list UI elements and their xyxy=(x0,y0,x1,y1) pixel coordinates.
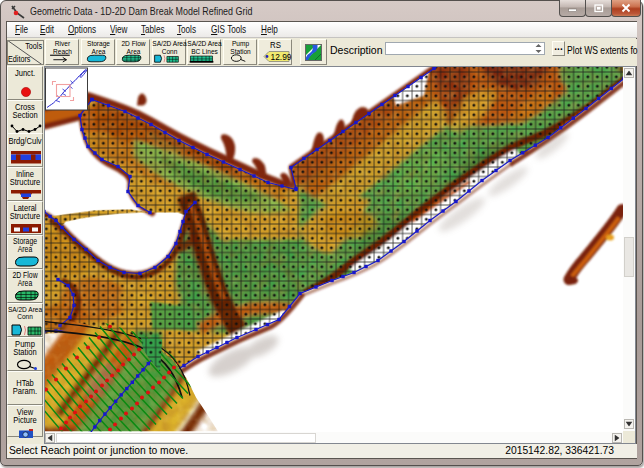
svg-text:12.99: 12.99 xyxy=(271,52,292,62)
